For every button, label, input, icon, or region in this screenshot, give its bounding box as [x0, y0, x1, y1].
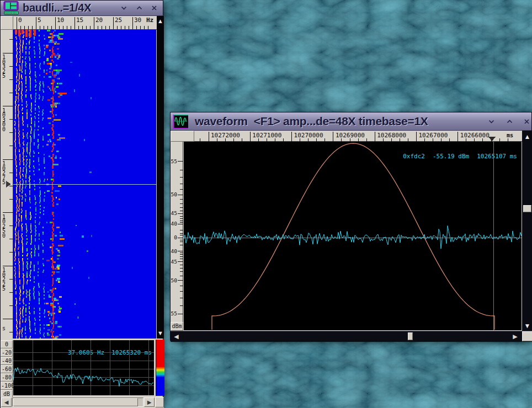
ruler-corner-box: [171, 131, 194, 142]
scrollbar-thumb[interactable]: [523, 205, 531, 212]
time-tick-label: 10269000: [336, 132, 365, 139]
frequency-ruler[interactable]: 051015202530Hz: [13, 16, 157, 30]
scroll-left-icon[interactable]: ◀: [1, 398, 12, 407]
freq-axis-unit: Hz: [146, 17, 153, 24]
freq-tick-label: 15: [76, 17, 83, 24]
time-tick-label: 1 0 3 0 0: [2, 109, 9, 132]
amplitude-ruler-dbm[interactable]: +55+50+45+400-40-45-50-55: [171, 142, 183, 322]
chevron-up-icon: [506, 118, 513, 125]
chevron-up-icon: [136, 4, 143, 12]
minimize-button[interactable]: [119, 3, 129, 13]
amp-tick-label: +55: [171, 158, 177, 164]
time-tick-label: 10266000: [460, 132, 490, 139]
time-tick-label: 10271000: [252, 132, 281, 139]
freq-tick-label: 5: [38, 17, 41, 24]
amp-tick-label: 0: [174, 234, 177, 240]
baudline-window-title: baudli...=1/4X: [23, 2, 91, 14]
minimize-button[interactable]: [486, 116, 496, 126]
maximize-button[interactable]: [504, 116, 514, 126]
amp-tick-label: -40: [171, 248, 177, 254]
freq-tick-label: 10: [57, 17, 64, 24]
time-ruler-ms[interactable]: 1027200010271000102700001026900010268000…: [194, 131, 522, 142]
waveform-cursor-line: [493, 142, 494, 330]
scroll-up-icon[interactable]: ▲: [522, 132, 532, 141]
close-button[interactable]: [149, 3, 159, 13]
intensity-colorbar: [156, 340, 164, 396]
db-tick-label: -60: [1, 365, 13, 373]
freq-tick-label: 20: [95, 17, 103, 24]
baudline-horizontal-scrollbar[interactable]: ◀ ▶: [1, 397, 164, 408]
ruler-corner-box: [1, 16, 13, 30]
scroll-right-icon[interactable]: ▶: [510, 332, 520, 340]
scrollbar-thumb[interactable]: [13, 398, 138, 406]
amp-tick-label: -55: [171, 310, 177, 316]
waveform-vertical-scrollbar[interactable]: ▲ ▼: [522, 131, 532, 331]
time-axis-unit: ms: [507, 132, 513, 138]
power-spectrum-display[interactable]: 37.0605 Hz10265320 ms: [13, 340, 154, 395]
scrollbar-corner: [522, 331, 532, 341]
spectrogram-vertical-scrollbar[interactable]: ▲ ▼: [157, 16, 164, 339]
waveform-window-title: waveform <F1> amp...de=48X timebase=1X: [195, 115, 428, 128]
db-tick-label: 0: [1, 340, 13, 348]
time-tick-label: 1 0 2 5 0: [2, 215, 9, 239]
spectrogram-display[interactable]: [13, 30, 156, 339]
baudline-app-icon: [3, 1, 20, 15]
freq-tick-label: 0: [18, 17, 22, 24]
time-tick-label: 1 0 2 2 5: [2, 268, 9, 292]
signal-trace: [184, 226, 522, 249]
scroll-left-icon[interactable]: ◀: [172, 332, 181, 340]
waveform-horizontal-scrollbar[interactable]: ◀ ▶: [171, 331, 532, 342]
amp-tick-label: +45: [171, 210, 177, 216]
desktop: baudli...=1/4X 051015202530Hz 1 0 3 2 51…: [0, 0, 532, 408]
db-tick-label: -100: [1, 382, 13, 390]
time-cursor-marker: [488, 137, 496, 141]
waveform-plot[interactable]: 0xfdc2-55.19 dBm10265107 ms: [184, 142, 522, 330]
scroll-down-icon[interactable]: ▼: [157, 329, 164, 337]
waveform-titlebar[interactable]: waveform <F1> amp...de=48X timebase=1X: [171, 112, 531, 131]
scrollbar-corner: [155, 397, 164, 407]
waveform-window: waveform <F1> amp...de=48X timebase=1X 1…: [170, 112, 532, 341]
chevron-down-icon: [120, 4, 127, 12]
waveform-app-icon: [173, 114, 189, 129]
time-ruler[interactable]: 1 0 3 2 51 0 3 0 01 0 2 7 51 0 2 5 01 0 …: [1, 30, 13, 339]
db-tick-label: -40: [1, 357, 13, 365]
scroll-down-icon[interactable]: ▼: [522, 321, 532, 330]
amp-tick-label: -50: [171, 277, 177, 283]
chevron-down-icon: [488, 118, 495, 125]
freq-tick-label: 25: [115, 17, 122, 24]
time-tick-label: 1 0 2 7 5: [2, 162, 9, 185]
scroll-right-icon[interactable]: ▶: [144, 398, 155, 407]
maximize-button[interactable]: [134, 3, 144, 13]
amplitude-unit-box: dBm: [171, 322, 183, 331]
scrollbar-thumb[interactable]: [408, 332, 413, 340]
amp-tick-label: +50: [171, 191, 177, 197]
amp-tick-label: +40: [171, 221, 177, 227]
baudline-window: baudli...=1/4X 051015202530Hz 1 0 3 2 51…: [0, 0, 163, 408]
freq-tick-label: 30: [134, 17, 141, 24]
time-tick-label: 10272000: [211, 132, 240, 139]
db-tick-label: -20: [1, 348, 13, 357]
time-tick-label: 10268000: [377, 132, 406, 139]
spectrogram-cursor-line: [13, 184, 156, 185]
close-icon: [151, 4, 158, 12]
close-icon: [523, 118, 530, 125]
baudline-titlebar[interactable]: baudli...=1/4X: [1, 1, 163, 16]
time-tick-label: 1 0 3 2 5: [2, 55, 9, 79]
close-button[interactable]: [522, 116, 531, 126]
db-tick-label: -80: [1, 373, 13, 382]
scroll-up-icon[interactable]: ▲: [157, 17, 164, 25]
amp-tick-label: -45: [171, 259, 177, 265]
time-tick-label: 10267000: [419, 132, 448, 139]
time-axis-unit: s: [2, 326, 9, 331]
time-tick-label: 10270000: [294, 132, 323, 139]
